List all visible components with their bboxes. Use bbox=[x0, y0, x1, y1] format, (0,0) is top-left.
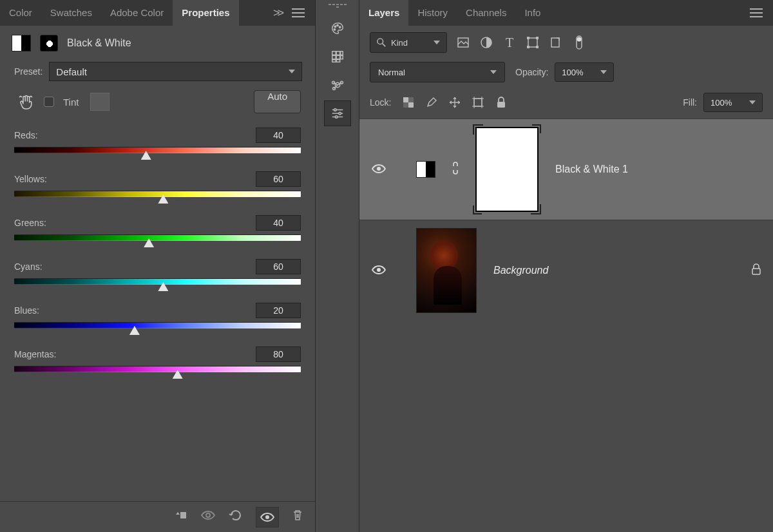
filter-type-icon[interactable]: T bbox=[502, 36, 517, 49]
slider-thumb[interactable] bbox=[144, 238, 154, 247]
svg-rect-32 bbox=[528, 38, 537, 47]
delete-adjustment-icon[interactable] bbox=[292, 509, 303, 525]
slider-value-input[interactable]: 60 bbox=[256, 259, 301, 274]
svg-point-23 bbox=[334, 109, 336, 111]
filter-shape-icon[interactable] bbox=[526, 36, 540, 49]
panel-grip-icon[interactable] bbox=[329, 4, 347, 8]
svg-rect-13 bbox=[332, 60, 336, 62]
layer-name[interactable]: Background bbox=[493, 265, 548, 276]
lock-transparency-icon[interactable] bbox=[401, 96, 415, 109]
right-tab-strip: Layers History Channels Info bbox=[359, 0, 773, 26]
layer-locked-icon[interactable] bbox=[751, 263, 761, 278]
slider-yellows: Yellows:60 bbox=[14, 171, 301, 197]
svg-rect-10 bbox=[332, 55, 336, 59]
slider-value-input[interactable]: 80 bbox=[256, 347, 301, 362]
lock-all-icon[interactable] bbox=[494, 96, 508, 109]
clip-to-layer-icon[interactable] bbox=[175, 509, 187, 524]
layer-filter-row: Kind T bbox=[359, 26, 773, 59]
layer-name[interactable]: Black & White 1 bbox=[555, 164, 628, 175]
slider-value-input[interactable]: 60 bbox=[256, 171, 301, 187]
visibility-toggle-icon[interactable] bbox=[371, 263, 386, 278]
svg-point-25 bbox=[338, 112, 341, 115]
layer-mask-icon[interactable] bbox=[40, 35, 58, 52]
view-previous-state-icon[interactable] bbox=[200, 510, 216, 524]
svg-rect-36 bbox=[536, 46, 539, 48]
filter-toggle-switch[interactable] bbox=[572, 36, 586, 49]
slider-label: Blues: bbox=[14, 305, 39, 316]
slider-thumb[interactable] bbox=[158, 195, 168, 204]
properties-panel-icon[interactable] bbox=[324, 100, 351, 126]
adjustment-type-icon[interactable] bbox=[12, 35, 31, 52]
reset-icon[interactable] bbox=[229, 509, 243, 524]
slider-label: Magentas: bbox=[14, 349, 56, 359]
preset-row: Preset: Default bbox=[0, 58, 315, 89]
svg-rect-12 bbox=[340, 55, 343, 59]
slider-track[interactable] bbox=[14, 366, 301, 372]
tab-layers[interactable]: Layers bbox=[359, 0, 408, 26]
slider-value-input[interactable]: 40 bbox=[256, 128, 301, 143]
svg-point-39 bbox=[577, 37, 582, 42]
lock-position-icon[interactable] bbox=[448, 96, 462, 109]
tab-swatches[interactable]: Swatches bbox=[41, 0, 101, 26]
chevron-down-icon bbox=[490, 70, 497, 74]
filter-kind-select[interactable]: Kind bbox=[370, 32, 447, 53]
tint-label: Tint bbox=[63, 97, 79, 108]
filter-adjustment-icon[interactable] bbox=[479, 36, 493, 49]
tint-checkbox[interactable] bbox=[44, 97, 54, 107]
adjustment-thumbnail[interactable] bbox=[416, 161, 435, 178]
slider-value-input[interactable]: 40 bbox=[256, 215, 301, 231]
adobe-color-panel-icon[interactable] bbox=[324, 72, 351, 98]
targeted-adjustment-icon[interactable] bbox=[17, 93, 35, 111]
slider-thumb[interactable] bbox=[173, 370, 183, 379]
slider-thumb[interactable] bbox=[129, 326, 140, 335]
slider-thumb[interactable] bbox=[158, 282, 168, 291]
color-palette-panel-icon[interactable] bbox=[324, 15, 351, 41]
swatches-panel-icon[interactable] bbox=[324, 44, 351, 70]
slider-track[interactable] bbox=[14, 278, 301, 285]
lock-pixels-icon[interactable] bbox=[425, 96, 439, 109]
filter-pixel-icon[interactable] bbox=[456, 36, 470, 49]
expand-chevrons-icon[interactable]: >> bbox=[268, 6, 287, 20]
slider-track[interactable] bbox=[14, 147, 301, 153]
layer-item-adjustment[interactable]: Black & White 1 bbox=[359, 119, 773, 220]
panel-menu-icon[interactable] bbox=[750, 8, 763, 17]
slider-value-input[interactable]: 20 bbox=[256, 303, 301, 318]
tab-adobe-color[interactable]: Adobe Color bbox=[101, 0, 173, 26]
tab-info[interactable]: Info bbox=[515, 0, 549, 26]
slider-thumb[interactable] bbox=[141, 151, 151, 160]
chevron-down-icon bbox=[289, 70, 295, 73]
toggle-visibility-icon[interactable] bbox=[256, 507, 279, 527]
auto-button[interactable]: Auto bbox=[254, 90, 301, 113]
slider-track[interactable] bbox=[14, 191, 301, 197]
layer-mask-thumbnail[interactable] bbox=[475, 127, 539, 212]
link-mask-icon[interactable] bbox=[451, 161, 460, 178]
lock-artboard-icon[interactable] bbox=[471, 96, 485, 109]
filter-smartobject-icon[interactable] bbox=[549, 36, 563, 49]
properties-panel: Color Swatches Adobe Color Properties >>… bbox=[0, 0, 316, 532]
tab-channels[interactable]: Channels bbox=[457, 0, 515, 26]
tint-color-swatch[interactable] bbox=[90, 93, 110, 111]
layer-list: Black & White 1 Background bbox=[359, 119, 773, 321]
svg-rect-7 bbox=[332, 52, 336, 55]
panel-menu-icon[interactable] bbox=[292, 8, 305, 17]
layer-thumbnail[interactable] bbox=[416, 228, 477, 313]
tab-history[interactable]: History bbox=[408, 0, 457, 26]
svg-rect-37 bbox=[551, 38, 559, 47]
slider-track[interactable] bbox=[14, 322, 301, 328]
blend-mode-select[interactable]: Normal bbox=[370, 62, 505, 82]
tab-properties[interactable]: Properties bbox=[173, 0, 238, 26]
chevron-down-icon bbox=[749, 100, 756, 104]
slider-greens: Greens:40 bbox=[14, 215, 301, 241]
properties-footer bbox=[0, 501, 315, 532]
opacity-input[interactable]: 100% bbox=[555, 62, 614, 82]
search-icon bbox=[377, 38, 386, 47]
svg-point-2 bbox=[265, 515, 269, 519]
layer-item-background[interactable]: Background bbox=[359, 220, 773, 321]
svg-point-51 bbox=[377, 268, 381, 272]
tab-color[interactable]: Color bbox=[0, 0, 41, 26]
fill-input[interactable]: 100% bbox=[703, 93, 763, 112]
preset-select[interactable]: Default bbox=[49, 62, 302, 81]
visibility-toggle-icon[interactable] bbox=[371, 162, 386, 177]
slider-track[interactable] bbox=[14, 234, 301, 241]
slider-reds: Reds:40 bbox=[14, 128, 301, 153]
